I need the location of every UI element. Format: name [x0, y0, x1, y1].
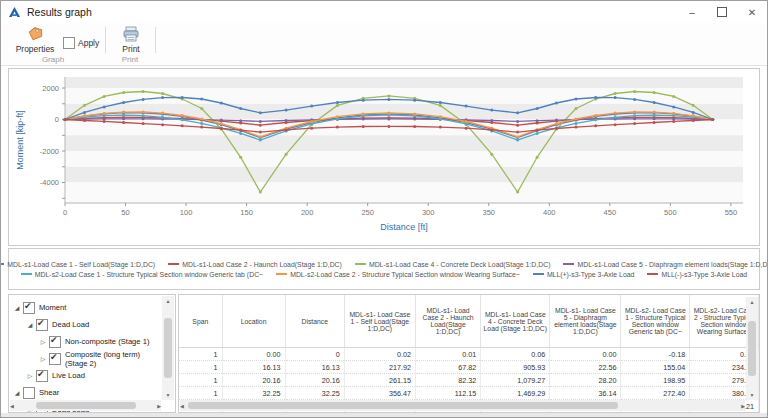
- tree-item-shear[interactable]: ◢Shear: [13, 384, 161, 401]
- tree-item-non-composite-stage-1[interactable]: ▷Non-composite (Stage 1): [13, 333, 161, 350]
- maximize-button[interactable]: [707, 1, 737, 23]
- series-marker: [387, 125, 390, 128]
- tree-checkbox[interactable]: [49, 336, 61, 348]
- expander-collapsed-icon[interactable]: ▷: [39, 338, 47, 345]
- series-marker: [633, 90, 636, 93]
- y-tick-label: -2000: [40, 147, 59, 156]
- series-marker: [575, 126, 578, 129]
- scroll-right-icon[interactable]: ▶: [157, 401, 161, 411]
- properties-button[interactable]: Properties: [11, 26, 59, 54]
- series-marker: [200, 122, 203, 125]
- series-marker: [536, 156, 539, 159]
- table-row[interactable]: 116.1316.13217.9267.82905.9322.56155.042…: [179, 361, 759, 374]
- column-header[interactable]: Distance: [285, 295, 344, 348]
- series-marker: [362, 99, 365, 102]
- column-header[interactable]: MDL-s1- Load Case 2 - Haunch Load(Stage …: [415, 295, 480, 348]
- series-marker: [516, 139, 519, 142]
- scroll-left-icon[interactable]: ◀: [10, 401, 14, 411]
- tree-vertical-scrollbar[interactable]: ▲ ▼: [162, 296, 174, 400]
- legend-item: MDL-s1-Load Case 4 - Concrete Deck Load(…: [355, 261, 551, 268]
- minimize-button[interactable]: –: [677, 1, 707, 23]
- tree-item-moment[interactable]: ◢Moment: [13, 299, 161, 316]
- x-tick-label: 550: [725, 208, 738, 217]
- series-marker: [439, 115, 442, 118]
- moment-line-chart[interactable]: 20000-2000-40000501001502002503003504004…: [9, 69, 757, 243]
- series-marker: [614, 116, 617, 119]
- column-header[interactable]: Span: [179, 295, 222, 348]
- table-row[interactable]: 120.1620.16261.1582.321,079.2728.20198.9…: [179, 374, 759, 387]
- print-button[interactable]: Print: [113, 26, 149, 54]
- series-marker: [413, 118, 416, 121]
- tree-checkbox[interactable]: [36, 370, 48, 382]
- x-tick-label: 250: [361, 208, 374, 217]
- tree-item-label: Non-composite (Stage 1): [65, 337, 149, 346]
- tree-item-dead-load[interactable]: ◢Dead Load: [13, 316, 161, 333]
- table-row[interactable]: 132.2532.25356.47112.151,469.2936.14272.…: [179, 387, 759, 400]
- scroll-down-icon[interactable]: ▼: [166, 390, 171, 400]
- table-row[interactable]: 10.0000.020.010.060.00-0.180.00: [179, 348, 759, 361]
- series-marker: [594, 118, 597, 121]
- series-marker: [516, 111, 519, 114]
- legend-label: MLL(+)-s3-Type 3-Axle Load: [547, 271, 635, 278]
- apply-checkbox[interactable]: Apply: [63, 37, 99, 49]
- table-cell: 32.25: [285, 387, 344, 400]
- scroll-up-icon[interactable]: ▲: [166, 296, 171, 306]
- column-header[interactable]: Location: [222, 295, 285, 348]
- expander-expanded-icon[interactable]: ◢: [13, 389, 21, 396]
- table-cell: 112.15: [415, 387, 480, 400]
- expander-collapsed-icon[interactable]: ▷: [26, 372, 34, 379]
- window-title: Results graph: [27, 6, 92, 18]
- x-tick-label: 100: [180, 208, 193, 217]
- scroll-down-icon[interactable]: ▼: [750, 390, 755, 400]
- tree-checkbox[interactable]: [49, 353, 61, 365]
- series-marker: [387, 98, 390, 101]
- legend-item: MDL-s1-Load Case 5 - Diaphragm element l…: [563, 261, 768, 268]
- expander-collapsed-icon[interactable]: ▷: [39, 355, 47, 362]
- tree-checkbox[interactable]: [36, 319, 48, 331]
- table-cell: 272.40: [621, 387, 690, 400]
- series-marker: [439, 126, 442, 129]
- table-cell: 261.15: [344, 374, 415, 387]
- tree-checkbox[interactable]: [23, 387, 35, 399]
- column-header[interactable]: MDL-s1- Load Case 5 - Diaphragm element …: [550, 295, 621, 348]
- toolbar: Properties Apply Print Graph Print: [1, 23, 767, 66]
- tree-item-composite-long-term-stage-2[interactable]: ▷Composite (long term) (Stage 2): [13, 350, 161, 367]
- tree-item-live-load[interactable]: ▷Live Load: [13, 367, 161, 384]
- column-header[interactable]: MDL-s2- Load Case 1 - Structure Typical …: [621, 295, 690, 348]
- legend-color-dash: [276, 273, 287, 275]
- table-horizontal-scrollbar[interactable]: ◀ ▶: [180, 400, 745, 411]
- series-marker: [220, 127, 223, 130]
- title-bar: Results graph – ✕: [1, 1, 767, 23]
- tree-item-label: Dead Load: [52, 320, 89, 329]
- column-header[interactable]: MDL-s1- Load Case 1 - Self Load(Stage 1:…: [344, 295, 415, 348]
- series-marker: [259, 191, 262, 194]
- tree-hscrollbar-thumb[interactable]: [36, 402, 136, 409]
- legend-color-dash: [168, 263, 179, 265]
- plot-band: [65, 120, 743, 136]
- table-vertical-scrollbar[interactable]: ▲ ▼: [746, 297, 758, 400]
- scroll-right-icon[interactable]: ▶: [741, 401, 745, 411]
- table-cell: 22.56: [550, 361, 621, 374]
- results-graph-window: Results graph – ✕ Properties Apply: [0, 0, 768, 418]
- table-hscrollbar-thumb[interactable]: [188, 402, 618, 409]
- table-scrollbar-thumb[interactable]: [748, 321, 756, 376]
- series-marker: [387, 94, 390, 97]
- scroll-up-icon[interactable]: ▲: [750, 297, 755, 307]
- scroll-left-icon[interactable]: ◀: [180, 401, 184, 411]
- tree-checkbox[interactable]: [23, 302, 35, 314]
- series-marker: [653, 121, 656, 124]
- tree-horizontal-scrollbar[interactable]: ◀ ▶: [10, 400, 161, 411]
- window-bottom-edge: [1, 413, 767, 417]
- series-marker: [516, 124, 519, 127]
- close-button[interactable]: ✕: [737, 1, 767, 23]
- series-marker: [220, 122, 223, 125]
- expander-expanded-icon[interactable]: ◢: [13, 304, 21, 311]
- app-logo-icon: [8, 6, 21, 19]
- tree-scrollbar-thumb[interactable]: [164, 318, 172, 378]
- series-marker: [653, 91, 656, 94]
- legend-color-dash: [647, 273, 658, 275]
- column-header[interactable]: MDL-s1- Load Case 4 - Concrete Deck Load…: [481, 295, 550, 348]
- apply-checkbox-box[interactable]: [63, 37, 75, 49]
- series-marker: [83, 119, 86, 122]
- expander-expanded-icon[interactable]: ◢: [26, 321, 34, 328]
